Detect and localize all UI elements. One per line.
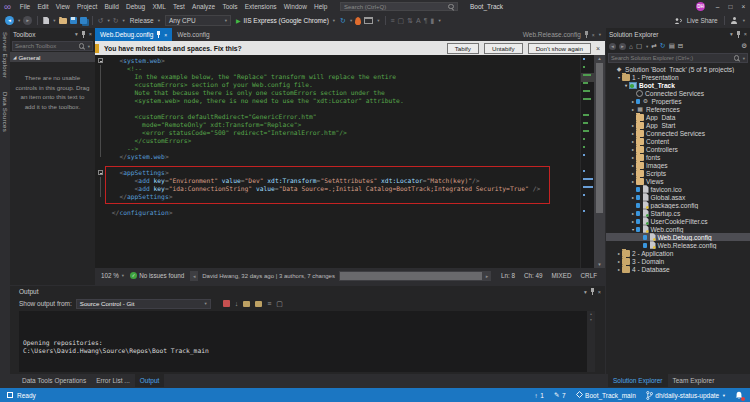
panel-tab-team-explorer[interactable]: Team Explorer [668,374,720,387]
window-menu-icon[interactable]: ▾ [75,31,78,37]
tree-item-fonts[interactable]: ▸fonts [606,153,750,161]
show-all-files-icon[interactable]: ▤ [669,42,675,50]
tab-web-config[interactable]: Web.config [172,28,214,41]
repository-indicator[interactable]: Boot_Track_main [576,391,636,399]
paragraph-icon[interactable]: ¶ [424,17,428,24]
output-console[interactable]: ▴▾ Opening repositories:C:\Users\David.H… [19,311,595,372]
open-folder-icon[interactable] [59,18,67,24]
infobar-button-don-t-show-again[interactable]: Don't show again [528,43,591,54]
side-tab-server-explorer[interactable]: Server Explorer [2,32,8,78]
toolbox-section-general[interactable]: ◢ General [10,52,95,62]
menu-test[interactable]: Test [169,3,188,10]
remove-source-icon[interactable] [255,301,262,307]
live-share-button[interactable]: Live Share [687,17,718,24]
tree-item-usercookiefilter-cs[interactable]: ▸UserCookieFilter.cs [606,217,750,225]
solution-explorer-search-input[interactable]: Search Solution Explorer (Ctrl+;) ▾ [608,53,748,63]
maximize-icon[interactable]: □ [724,3,737,10]
tree-item-startup-cs[interactable]: ▸Startup.cs [606,209,750,217]
tree-item-4-database[interactable]: ▸4 - Database [606,265,750,273]
add-source-icon[interactable] [243,301,250,307]
tree-item-app-data[interactable]: App_Data [606,113,750,121]
tree-item-web-release-config[interactable]: Web.Release.config [606,241,750,249]
fold-toggle-icon[interactable] [98,170,103,175]
window-menu-icon[interactable]: ▾ [584,289,587,295]
menu-project[interactable]: Project [73,3,100,10]
menu-file[interactable]: File [16,3,34,10]
tab-web-release-config[interactable]: Web.Release.config [523,31,581,38]
find-message-icon[interactable] [223,300,230,307]
tree-item-web-config[interactable]: ▾Web.config [606,225,750,233]
document-list-icon[interactable]: ▾ [599,32,601,37]
tree-item-connected-services[interactable]: ▸Connected Services [606,129,750,137]
code-editor[interactable]: <system.web> <!-- In the example below, … [108,55,580,268]
save-icon[interactable] [70,17,77,24]
switch-views-icon[interactable]: ▢ [636,42,642,50]
tree-item-boot-track[interactable]: ▾Boot_Track [606,81,750,89]
back-icon[interactable]: ◄ [609,43,616,50]
tree-item-web-debug-config[interactable]: Web.Debug.config [606,233,750,241]
close-icon[interactable]: × [737,3,750,10]
menu-debug[interactable]: Debug [122,3,148,10]
menu-xml[interactable]: XML [149,3,170,10]
vertical-scrollbar[interactable]: ▲ ▼ [594,55,605,268]
window-menu-icon[interactable]: ▾ [730,31,733,37]
new-file-icon[interactable]: ▢ [398,17,405,25]
close-icon[interactable]: × [592,32,595,38]
notifications-button[interactable] [735,391,743,400]
scrollbar-thumb[interactable] [340,272,482,280]
scrollbar-thumb[interactable] [596,63,603,213]
save-all-icon[interactable] [80,17,87,24]
branch-indicator[interactable]: dh/daily-status-update ▾ [646,391,725,400]
scroll-up-icon[interactable]: ▲ [594,55,605,62]
platform-dropdown[interactable]: Any CPU▾ [165,15,231,26]
panel-tab-data-tools-operations[interactable]: Data Tools Operations [17,374,91,387]
line-numbers-icon[interactable]: ≡ [391,17,395,24]
tree-item-images[interactable]: ▸Images [606,161,750,169]
infobar-button-tabify[interactable]: Tabify [447,43,479,54]
scroll-left-icon[interactable]: ◂ [190,273,198,279]
pin-icon[interactable] [590,288,595,295]
tree-item-properties[interactable]: ▸⚙Properties [606,97,750,105]
scroll-down-icon[interactable]: ▼ [594,261,605,268]
home-icon[interactable]: ⌂ [629,43,633,50]
scroll-right-icon[interactable]: ▸ [483,273,491,279]
tree-item-controllers[interactable]: ▸Controllers [606,145,750,153]
pending-edits-indicator[interactable]: ✎ 7 [554,391,566,399]
sync-with-active-document-icon[interactable]: ⇄ [651,42,656,50]
close-icon[interactable]: × [89,31,92,37]
horizontal-scrollbar[interactable]: ◂ David Hwang, 32 days ago | 3 authors, … [190,271,491,281]
panel-tab-output[interactable]: Output [135,374,165,387]
preview-window-icon[interactable] [364,17,373,24]
minimize-icon[interactable]: – [711,3,724,10]
eol-indicator[interactable]: CRLF [581,272,597,279]
bookmark-icon[interactable]: ▮ [431,17,435,25]
tree-item-1-presentation[interactable]: ▾1 - Presentation [606,73,750,81]
undo-icon[interactable]: ↺ [98,17,104,25]
fold-toggle-icon[interactable] [98,58,103,63]
pin-icon[interactable] [584,31,589,38]
menu-help[interactable]: Help [310,3,331,10]
menu-build[interactable]: Build [101,3,123,10]
zoom-dropdown[interactable]: 102 %▾ [101,272,124,279]
tree-item-references[interactable]: ▸▦References [606,105,750,113]
word-wrap-icon[interactable]: ▢ [276,300,283,308]
close-icon[interactable]: × [164,32,167,38]
configuration-dropdown[interactable]: Release▾ [128,17,162,24]
background-tasks-icon[interactable] [7,392,13,398]
unpushed-commits-indicator[interactable]: ↑ 1 [535,392,544,399]
tree-item-global-asax[interactable]: ▸Global.asax [606,193,750,201]
navigate-forward-icon[interactable]: ► [23,16,32,25]
tab-web-debug-config[interactable]: Web.Debug.config× [95,28,172,41]
feedback-icon[interactable] [731,17,738,24]
text-size-icon[interactable]: A [416,17,421,24]
menu-edit[interactable]: Edit [34,3,52,10]
indent-mode-indicator[interactable]: MIXED [552,272,572,279]
close-icon[interactable]: × [598,289,601,295]
new-project-icon[interactable] [43,17,49,24]
tree-item-content[interactable]: ▸Content [606,137,750,145]
codelens-git-info[interactable]: David Hwang, 32 days ago | 3 authors, 7 … [198,271,339,281]
tree-item-2-application[interactable]: ▸2 - Application [606,249,750,257]
side-tab-data-sources[interactable]: Data Sources [2,92,8,132]
menu-view[interactable]: View [52,3,73,10]
pin-icon[interactable] [81,31,86,38]
